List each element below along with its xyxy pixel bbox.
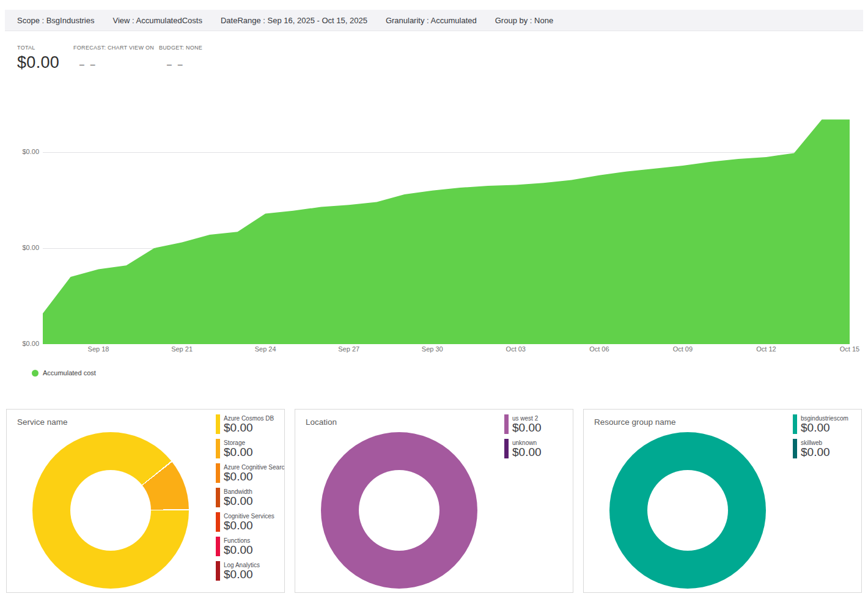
x-axis-tick-label: Sep 18 — [78, 345, 119, 353]
legend-value: $0.00 — [224, 520, 274, 532]
donut-legend-item: Azure Cognitive Search$0.00 — [216, 463, 285, 483]
legend-value: $0.00 — [801, 422, 848, 434]
legend-color-swatch — [216, 463, 220, 483]
legend-value: $0.00 — [801, 446, 830, 458]
service-name-panel: Service name Azure Cosmos DB$0.00Storage… — [6, 409, 285, 593]
resource-group-panel: Resource group name bsgindustriescom$0.0… — [583, 409, 862, 593]
x-axis-tick-label: Sep 30 — [411, 345, 453, 353]
breakdown-panels: Service name Azure Cosmos DB$0.00Storage… — [6, 409, 862, 593]
donut-legend: bsgindustriescom$0.00skillweb$0.00 — [793, 414, 848, 463]
donut-hole — [647, 470, 728, 551]
series-color-dot — [32, 370, 39, 377]
donut-legend-item: Azure Cosmos DB$0.00 — [216, 414, 285, 434]
x-axis-tick-label: Oct 03 — [495, 345, 537, 353]
donut-legend-item: Functions$0.00 — [216, 537, 285, 556]
accumulated-cost-chart: $0.00$0.00$0.00 Sep 18Sep 21Sep 24Sep 27… — [0, 0, 868, 403]
donut-legend-item: Log Analytics$0.00 — [216, 561, 285, 581]
x-axis-tick-label: Sep 27 — [328, 345, 370, 353]
y-axis-tick-label: $0.00 — [13, 148, 39, 155]
location-donut-chart — [321, 432, 477, 589]
donut-legend-item: Bandwidth$0.00 — [216, 488, 285, 507]
legend-color-swatch — [504, 439, 509, 458]
legend-value: $0.00 — [224, 568, 260, 581]
legend-color-swatch — [793, 414, 797, 434]
legend-color-swatch — [216, 512, 220, 532]
y-axis-tick-label: $0.00 — [13, 340, 39, 347]
accumulated-cost-area-series — [43, 120, 850, 344]
donut-hole — [359, 470, 440, 551]
donut-legend-item: skillweb$0.00 — [793, 439, 848, 458]
service-name-donut-chart — [32, 432, 189, 589]
legend-value: $0.00 — [224, 471, 285, 483]
legend-color-swatch — [216, 561, 220, 581]
legend-color-swatch — [216, 488, 220, 507]
area-chart-svg — [0, 83, 868, 364]
legend-color-swatch — [216, 414, 220, 434]
donut-legend-item: us west 2$0.00 — [504, 414, 542, 434]
y-axis-tick-label: $0.00 — [13, 244, 39, 251]
legend-value: $0.00 — [224, 495, 253, 507]
legend-color-swatch — [216, 537, 220, 556]
panel-title: Location — [306, 417, 337, 427]
legend-value: $0.00 — [512, 422, 542, 434]
legend-value: $0.00 — [224, 422, 274, 434]
donut-hole — [70, 470, 151, 551]
location-panel: Location us west 2$0.00unknown$0.00 — [295, 409, 573, 593]
x-axis-tick-label: Sep 21 — [161, 345, 203, 353]
donut-legend-item: bsgindustriescom$0.00 — [793, 414, 848, 434]
legend-value: $0.00 — [224, 446, 253, 458]
legend-value: $0.00 — [512, 446, 542, 458]
donut-legend: us west 2$0.00unknown$0.00 — [504, 414, 542, 463]
x-axis-tick-label: Sep 24 — [245, 345, 286, 353]
donut-legend: Azure Cosmos DB$0.00Storage$0.00Azure Co… — [216, 414, 285, 586]
x-axis-tick-label: Oct 15 — [829, 345, 868, 353]
donut-legend-item: unknown$0.00 — [504, 439, 542, 458]
legend-color-swatch — [216, 439, 220, 458]
donut-legend-item: Cognitive Services$0.00 — [216, 512, 285, 532]
chart-legend-label: Accumulated cost — [43, 369, 96, 377]
x-axis-tick-label: Oct 12 — [745, 345, 787, 353]
x-axis-tick-label: Oct 09 — [662, 345, 704, 353]
cost-analysis-screen: Scope : BsgIndustries View : Accumulated… — [0, 0, 868, 599]
legend-value: $0.00 — [224, 544, 253, 556]
chart-legend: Accumulated cost — [32, 369, 96, 377]
legend-color-swatch — [793, 439, 797, 458]
donut-legend-item: Storage$0.00 — [216, 439, 285, 458]
x-axis-tick-label: Oct 06 — [578, 345, 620, 353]
resource-group-donut-chart — [609, 432, 766, 589]
legend-color-swatch — [504, 414, 509, 434]
panel-title: Service name — [17, 417, 68, 427]
panel-title: Resource group name — [594, 417, 676, 427]
